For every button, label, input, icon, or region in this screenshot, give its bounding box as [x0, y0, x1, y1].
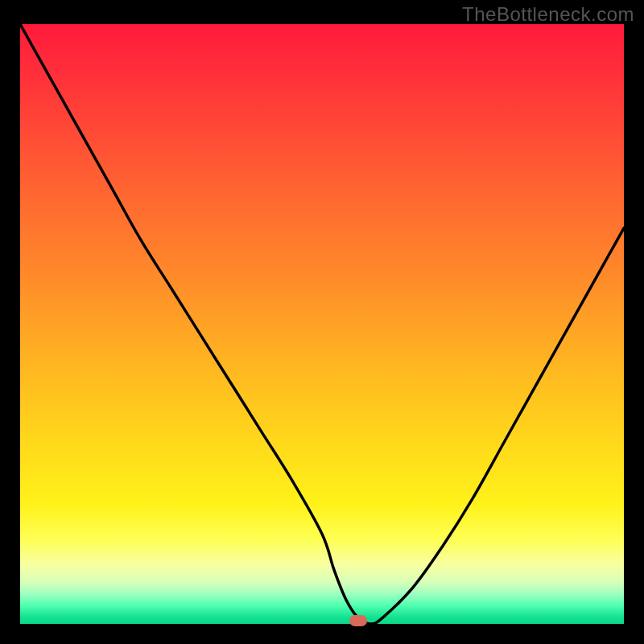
watermark-text: TheBottleneck.com — [462, 3, 634, 26]
bottleneck-marker — [349, 615, 367, 626]
plot-area — [20, 24, 624, 624]
bottleneck-curve — [20, 24, 624, 624]
chart-frame: TheBottleneck.com — [0, 0, 644, 644]
